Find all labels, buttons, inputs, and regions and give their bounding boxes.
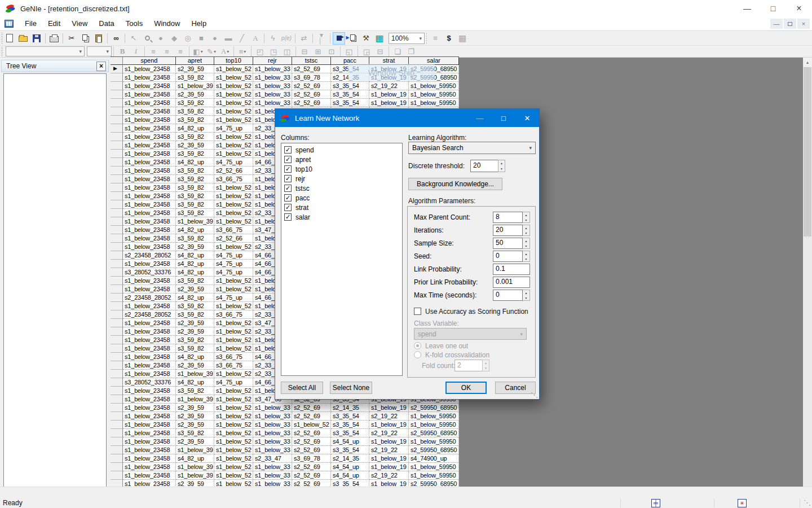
table-cell[interactable]: s1_below_23458 <box>123 150 176 158</box>
column-header-top10[interactable]: top10 <box>214 57 253 65</box>
table-cell[interactable]: s1_below_52 <box>214 319 253 327</box>
mdi-close-icon[interactable]: × <box>797 19 810 29</box>
table-cell[interactable]: s1_below_23458 <box>123 73 176 82</box>
table-cell[interactable]: s1_below_23458 <box>123 437 176 446</box>
table-cell[interactable]: s1_below_52 <box>214 141 253 150</box>
table-cell[interactable]: s1_below_19 <box>369 421 409 429</box>
table-cell[interactable]: s1_below_23458 <box>123 277 176 285</box>
table-cell[interactable]: s4_74900_up <box>409 454 459 463</box>
table-cell[interactable]: s1_below_23458 <box>123 226 176 234</box>
submodel-tool-icon[interactable]: ▬ <box>222 32 235 45</box>
table-cell[interactable]: s1_below_52 <box>214 90 253 99</box>
table-cell[interactable]: s2_23458_28052 <box>123 310 176 319</box>
table-cell[interactable]: s4_75_up <box>214 294 253 302</box>
table-cell[interactable]: s1_below_23458 <box>123 107 176 116</box>
row-selector[interactable] <box>111 437 123 446</box>
table-cell[interactable]: s3_59_82 <box>176 116 214 124</box>
table-cell[interactable]: s3_35_54 <box>331 421 369 429</box>
table-cell[interactable]: s1_below_23458 <box>123 192 176 200</box>
table-cell[interactable]: s3_59_82 <box>176 107 214 116</box>
param-value[interactable]: 0 <box>493 290 523 301</box>
table-cell[interactable]: s4_54_up <box>331 471 369 480</box>
spin-down-icon[interactable]: ▼ <box>523 230 529 235</box>
table-cell[interactable]: s3_35_54 <box>331 429 369 437</box>
italic-icon[interactable]: I <box>130 46 142 57</box>
equation-node-tool-icon[interactable]: ◎ <box>182 32 194 45</box>
table-cell[interactable]: s2_59950_68950 <box>409 446 459 454</box>
ok-button[interactable]: OK <box>445 382 487 394</box>
table-cell[interactable]: s1_below_52 <box>214 387 253 395</box>
table-cell[interactable]: s3_59_82 <box>176 429 214 437</box>
table-cell[interactable]: s2_52_69 <box>292 99 331 107</box>
table-cell[interactable]: s3_59_82 <box>176 167 214 175</box>
table-cell[interactable]: s1_below_23458 <box>123 260 176 268</box>
table-cell[interactable]: s4_82_up <box>176 353 214 361</box>
table-cell[interactable]: s1_below_59950 <box>409 421 459 429</box>
spin-down-icon[interactable]: ▼ <box>523 295 529 300</box>
table-cell[interactable]: s2_14_35 <box>331 454 369 463</box>
update-beliefs-icon[interactable]: ϟ <box>267 32 279 45</box>
row-selector[interactable] <box>111 82 123 90</box>
checkbox-checked-icon[interactable]: ✓ <box>284 156 292 163</box>
learn-network-icon[interactable] <box>333 32 345 45</box>
table-cell[interactable]: s2_33_47 <box>253 454 292 463</box>
data-matrix-icon[interactable]: ▦ <box>373 32 386 45</box>
table-cell[interactable]: s3_59_82 <box>176 73 214 82</box>
table-cell[interactable]: s4_82_up <box>176 158 214 167</box>
save-icon[interactable] <box>30 32 43 45</box>
table-cell[interactable]: s1_below_23458 <box>123 65 176 73</box>
table-cell[interactable]: s2_52_69 <box>292 446 331 454</box>
table-cell[interactable]: s2_19_22 <box>369 82 409 90</box>
table-cell[interactable]: s3_59_82 <box>176 99 214 107</box>
paste-icon[interactable] <box>92 32 105 45</box>
table-cell[interactable]: s2_19_22 <box>369 412 409 421</box>
table-cell[interactable]: s1_below_19 <box>369 454 409 463</box>
param-input[interactable]: 0▲▼ <box>493 290 530 301</box>
table-cell[interactable]: s1_below_52 <box>214 437 253 446</box>
table-cell[interactable]: s1_below_52 <box>214 429 253 437</box>
center-nodes-icon[interactable]: ◫ <box>281 46 293 57</box>
scroll-up-icon[interactable]: ▴ <box>803 58 812 67</box>
table-cell[interactable]: s1_below_23458 <box>123 200 176 209</box>
table-cell[interactable]: s1_below_19 <box>369 437 409 446</box>
select-none-button[interactable]: Select None <box>330 382 372 394</box>
table-cell[interactable]: s4_82_up <box>176 454 214 463</box>
table-cell[interactable]: s1_below_52 <box>214 73 253 82</box>
column-list-item-pacc[interactable]: ✓pacc <box>281 193 402 203</box>
probability-evidence-icon[interactable]: p(e) <box>280 32 293 45</box>
column-header-apret[interactable]: apret <box>176 57 214 65</box>
resize-grip-icon[interactable]: ⋱ <box>804 498 811 507</box>
table-cell[interactable]: s4_82_up <box>176 251 214 260</box>
table-cell[interactable]: s1_below_52 <box>214 302 253 310</box>
table-cell[interactable]: s1_below_52 <box>214 336 253 344</box>
font-family-combobox[interactable]: ▾ <box>6 46 85 56</box>
columns-listbox[interactable]: ✓spend✓apret✓top10✓rejr✓tstsc✓pacc✓strat… <box>281 143 403 376</box>
table-cell[interactable]: s3_35_54 <box>331 446 369 454</box>
checkbox-checked-icon[interactable]: ✓ <box>284 146 292 154</box>
param-spinner[interactable]: ▲▼ <box>523 251 530 262</box>
table-cell[interactable]: s1_below_33 <box>253 404 292 412</box>
print-icon[interactable] <box>48 32 60 45</box>
table-cell[interactable]: s1_below_33 <box>253 99 292 107</box>
table-cell[interactable]: s1_below_23458 <box>123 454 176 463</box>
spin-down-icon[interactable]: ▼ <box>523 217 529 222</box>
invert-arc-icon[interactable]: ⇄ <box>298 32 310 45</box>
find-icon[interactable]: ∞ <box>110 32 122 45</box>
table-cell[interactable]: s2_52_69 <box>292 404 331 412</box>
grid-view-icon[interactable]: ▦ <box>456 32 469 45</box>
row-selector[interactable] <box>111 327 123 336</box>
engine-status-icon[interactable]: ✳ <box>738 499 747 507</box>
column-list-item-tstsc[interactable]: ✓tstsc <box>281 183 402 193</box>
row-selector[interactable] <box>111 344 123 353</box>
table-cell[interactable]: s2_59950_68950 <box>409 404 459 412</box>
param-value[interactable]: 0.001 <box>493 277 530 288</box>
table-cell[interactable]: s1_below_23458 <box>123 116 176 124</box>
column-list-item-spend[interactable]: ✓spend <box>281 145 402 155</box>
column-list-item-salar[interactable]: ✓salar <box>281 212 402 222</box>
table-cell[interactable]: s3_59_82 <box>176 209 214 217</box>
table-cell[interactable]: s1_below_23458 <box>123 243 176 251</box>
table-cell[interactable]: s3_35_54 <box>331 90 369 99</box>
row-selector[interactable] <box>111 209 123 217</box>
table-cell[interactable]: s1_below_52 <box>214 285 253 294</box>
row-selector[interactable] <box>111 226 123 234</box>
